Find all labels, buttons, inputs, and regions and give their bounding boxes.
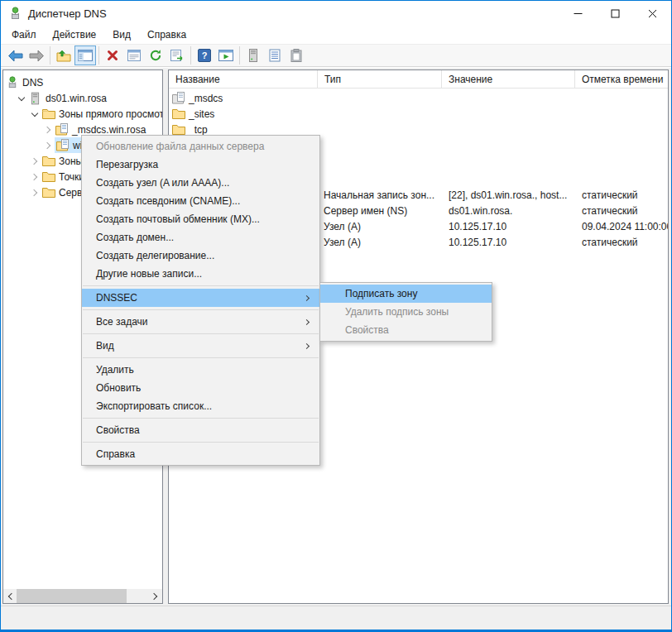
tree-item-label: _msdcs.win.rosa bbox=[72, 124, 146, 136]
menu-item-other-new-records[interactable]: Другие новые записи... bbox=[82, 265, 319, 283]
forward-arrow-icon bbox=[29, 50, 45, 62]
new-window-button[interactable] bbox=[215, 45, 237, 65]
record-timestamp: статический bbox=[575, 189, 668, 201]
server-icon bbox=[248, 49, 258, 62]
tree-item-label: DNS bbox=[22, 77, 43, 89]
scrollbar-thumb[interactable] bbox=[17, 589, 127, 603]
menu-item-label: Все задачи bbox=[96, 316, 148, 328]
tree-item-forward-zones[interactable]: Зоны прямого просмот bbox=[3, 106, 162, 122]
scroll-left-arrow[interactable] bbox=[3, 589, 17, 603]
tree-item-label: Зоны прямого просмот bbox=[59, 108, 163, 120]
menu-item-view[interactable]: Вид bbox=[82, 337, 319, 355]
folder-icon bbox=[41, 107, 55, 121]
menu-item-delete[interactable]: Удалить bbox=[82, 361, 319, 379]
server-status-button[interactable] bbox=[242, 45, 264, 65]
menu-item-dnssec[interactable]: DNSSEC bbox=[82, 289, 319, 307]
menu-action[interactable]: Действие bbox=[45, 26, 105, 43]
menu-item-properties[interactable]: Свойства bbox=[82, 421, 319, 439]
table-row-msdcs[interactable]: _msdcs bbox=[169, 90, 668, 106]
minimize-button[interactable] bbox=[559, 1, 597, 26]
zone-context-menu: Обновление файла данных сервера Перезагр… bbox=[81, 135, 320, 466]
menu-item-label: Другие новые записи... bbox=[96, 268, 202, 280]
dnssec-submenu: Подписать зону Удалить подпись зоны Свой… bbox=[319, 282, 492, 342]
dns-app-icon bbox=[8, 7, 22, 21]
toolbar-separator bbox=[239, 46, 240, 65]
close-button[interactable] bbox=[634, 1, 671, 26]
chevron-collapsed-icon[interactable] bbox=[28, 186, 41, 199]
folder-up-icon bbox=[56, 50, 71, 62]
tree-item-server[interactable]: ds01.win.rosa bbox=[3, 90, 162, 106]
table-row-sites[interactable]: _sites bbox=[169, 106, 668, 122]
menu-item-new-delegation[interactable]: Создать делегирование... bbox=[82, 247, 319, 265]
chevron-collapsed-icon[interactable] bbox=[28, 155, 41, 168]
maximize-button[interactable] bbox=[597, 1, 634, 26]
menu-item-label: Перезагрузка bbox=[96, 159, 158, 170]
menu-item-label: Вид bbox=[96, 340, 114, 352]
chevron-collapsed-icon[interactable] bbox=[41, 139, 55, 152]
menu-separator bbox=[83, 442, 319, 443]
menu-item-label: Создать псевдоним (CNAME)... bbox=[96, 195, 240, 207]
delete-button[interactable] bbox=[102, 45, 123, 65]
record-list-button[interactable] bbox=[264, 45, 286, 65]
record-timestamp: статический bbox=[575, 205, 668, 217]
menu-item-new-domain[interactable]: Создать домен... bbox=[82, 228, 319, 247]
clipboard-icon bbox=[290, 49, 302, 62]
window-controls bbox=[559, 1, 671, 26]
menu-item-export-list[interactable]: Экспортировать список... bbox=[82, 397, 319, 415]
chevron-collapsed-icon[interactable] bbox=[28, 170, 41, 184]
help-button[interactable]: ? bbox=[194, 45, 215, 65]
record-value: 10.125.17.10 bbox=[442, 221, 575, 232]
menu-item-all-tasks[interactable]: Все задачи bbox=[82, 313, 319, 331]
menu-item-label: Создать почтовый обменник (MX)... bbox=[96, 213, 260, 225]
record-value: [22], ds01.win.rosa., host... bbox=[442, 189, 575, 201]
scroll-right-arrow[interactable] bbox=[148, 589, 162, 603]
menu-item-new-alias[interactable]: Создать псевдоним (CNAME)... bbox=[82, 192, 319, 210]
menu-item-label: Удалить bbox=[96, 364, 134, 376]
column-header-value[interactable]: Значение bbox=[442, 70, 575, 88]
back-button[interactable] bbox=[4, 45, 26, 65]
export-list-button[interactable] bbox=[166, 45, 188, 65]
server-icon bbox=[28, 91, 42, 105]
menu-separator bbox=[83, 285, 319, 286]
chevron-expanded-icon[interactable] bbox=[15, 92, 28, 105]
properties-icon bbox=[127, 50, 141, 61]
refresh-button[interactable] bbox=[145, 45, 166, 65]
tree-item-dns-root[interactable]: DNS bbox=[3, 74, 162, 90]
record-value: 10.125.17.10 bbox=[442, 237, 575, 248]
up-one-level-button[interactable] bbox=[53, 45, 74, 65]
toolbar-separator bbox=[190, 46, 191, 65]
chevron-expanded-icon[interactable] bbox=[28, 108, 41, 121]
menu-item-help[interactable]: Справка bbox=[82, 445, 319, 463]
menu-separator bbox=[83, 357, 319, 358]
menu-item-new-mail-exchanger[interactable]: Создать почтовый обменник (MX)... bbox=[82, 210, 319, 228]
menu-item-label: Справка bbox=[96, 448, 135, 460]
column-header-timestamp[interactable]: Отметка времени bbox=[575, 70, 668, 88]
show-hide-console-tree-button[interactable] bbox=[74, 45, 96, 65]
forward-button[interactable] bbox=[26, 45, 47, 65]
submenu-arrow-icon bbox=[304, 318, 310, 324]
dns-root-icon bbox=[5, 75, 19, 89]
menu-help[interactable]: Справка bbox=[139, 26, 194, 43]
horizontal-scrollbar[interactable] bbox=[3, 589, 162, 603]
menu-separator bbox=[83, 418, 319, 419]
menu-bar: Файл Действие Вид Справка bbox=[1, 26, 671, 44]
clipboard-button[interactable] bbox=[286, 45, 307, 65]
record-name: _tcp bbox=[189, 124, 208, 136]
menu-separator bbox=[83, 309, 319, 310]
column-header-name[interactable]: Название bbox=[169, 70, 318, 88]
menu-file[interactable]: Файл bbox=[3, 26, 45, 43]
menu-item-label: Свойства bbox=[96, 424, 140, 436]
properties-button[interactable] bbox=[123, 45, 145, 65]
menu-item-new-host[interactable]: Создать узел (A или AAAA)... bbox=[82, 174, 319, 192]
menu-item-label: Создать узел (A или AAAA)... bbox=[96, 177, 229, 189]
record-list-icon bbox=[269, 49, 281, 62]
delegated-zone-icon bbox=[172, 92, 186, 105]
chevron-collapsed-icon[interactable] bbox=[41, 123, 55, 136]
menu-item-refresh[interactable]: Обновить bbox=[82, 379, 319, 397]
column-header-type[interactable]: Тип bbox=[318, 70, 442, 88]
menu-view[interactable]: Вид bbox=[104, 26, 139, 43]
menu-item-reload[interactable]: Перезагрузка bbox=[82, 156, 319, 174]
submenu-item-unsign-zone: Удалить подпись зоны bbox=[320, 303, 492, 321]
delete-x-icon bbox=[107, 50, 118, 61]
submenu-item-sign-zone[interactable]: Подписать зону bbox=[320, 285, 492, 303]
